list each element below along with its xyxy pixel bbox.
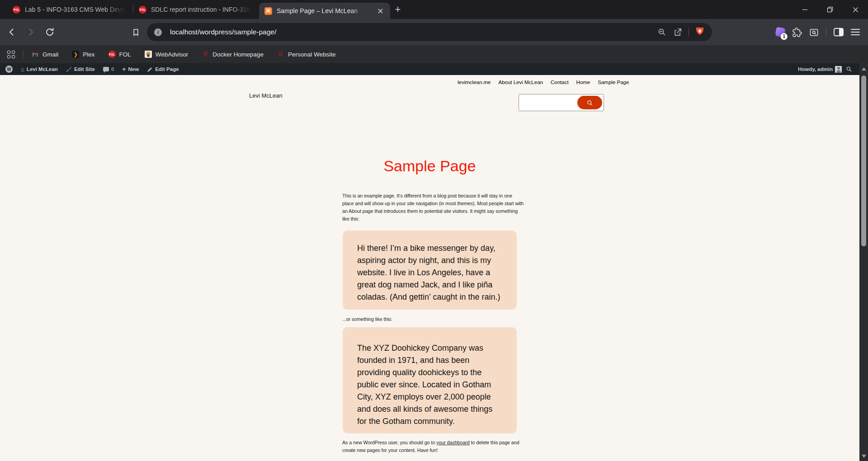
- scroll-down-arrow[interactable]: [862, 455, 866, 458]
- admin-account[interactable]: Howdy, admin: [798, 66, 842, 73]
- admin-edit-page[interactable]: Edit Page: [147, 66, 179, 72]
- maximize-button[interactable]: [817, 0, 843, 19]
- browser-toolbar: i localhost/wordpress/sample-page/: [0, 19, 868, 45]
- share-icon[interactable]: [673, 27, 683, 37]
- extensions-puzzle-icon[interactable]: [792, 27, 802, 38]
- home-icon: ⌂: [21, 66, 24, 73]
- admin-search-icon[interactable]: [846, 66, 852, 72]
- wp-logo-menu[interactable]: W: [5, 66, 13, 73]
- extension-badge: 1: [781, 33, 788, 40]
- scroll-up-arrow[interactable]: [862, 67, 866, 71]
- tab-sdlc[interactable]: FOL SDLC report instruction - INFO-3163 …: [133, 0, 259, 19]
- scrollbar-thumb[interactable]: [861, 75, 866, 246]
- brush-icon: [66, 66, 72, 72]
- levi-logo-icon: LE VI: [277, 51, 284, 58]
- bookmark-label: WebAdvisor: [156, 51, 189, 58]
- dashboard-link[interactable]: your dashboard: [436, 440, 470, 445]
- new-tab-button[interactable]: +: [390, 0, 406, 19]
- levi-logo-bottom: VI: [203, 54, 207, 57]
- bookmark-label: Personal Website: [288, 51, 336, 58]
- wordpress-icon: W: [5, 66, 13, 73]
- new-label: New: [128, 66, 139, 72]
- zoom-out-icon[interactable]: [657, 27, 667, 37]
- bookmark-label: Docker Homepage: [212, 51, 264, 58]
- page-viewport: levimclean.me About Levi McLean Contact …: [0, 75, 859, 461]
- vertical-scrollbar: [859, 63, 868, 461]
- sidebar-toggle-icon[interactable]: [833, 27, 844, 37]
- gmail-icon: [32, 51, 39, 58]
- site-search-form: [519, 94, 604, 111]
- comments-icon: [103, 67, 109, 71]
- plex-icon: ❯: [72, 51, 79, 58]
- bookmarks-divider: [23, 50, 24, 59]
- bookmark-label: Gmail: [42, 51, 58, 58]
- fol-favicon-icon: FOL: [139, 6, 146, 14]
- tab-title: Sample Page – Levi McLean: [277, 7, 371, 14]
- plus-icon: +: [122, 66, 126, 73]
- quote-block-bio: Hi there! I’m a bike messenger by day, a…: [343, 230, 517, 310]
- toolbar-divider: [689, 28, 689, 37]
- brave-shield-icon[interactable]: [695, 27, 705, 38]
- search-icon: [586, 99, 593, 106]
- site-search-button[interactable]: [577, 96, 602, 109]
- tab-lab5[interactable]: FOL Lab 5 - INFO-3163 CMS Web Develop: [7, 0, 133, 19]
- bookmark-icon[interactable]: [131, 28, 141, 37]
- levi-logo-icon: LE VI: [202, 51, 209, 58]
- bookmark-label: Plex: [83, 51, 94, 58]
- nav-link-about[interactable]: About Levi McLean: [499, 80, 543, 85]
- nav-link-contact[interactable]: Contact: [551, 80, 569, 85]
- reload-button[interactable]: [44, 27, 55, 38]
- admin-new[interactable]: + New: [122, 66, 139, 73]
- nav-link-sample-page[interactable]: Sample Page: [598, 80, 629, 85]
- outro-paragraph: As a new WordPress user, you should go t…: [342, 439, 524, 454]
- howdy-label: Howdy, admin: [798, 66, 833, 72]
- bookmarks-bar: Gmail ❯ Plex FOL FOL WebAdvisor LE VI Do…: [0, 45, 868, 63]
- avatar: [835, 66, 842, 73]
- bookmark-label: FOL: [119, 51, 131, 58]
- tab-close-icon[interactable]: [376, 6, 385, 15]
- address-bar[interactable]: i localhost/wordpress/sample-page/: [147, 23, 712, 41]
- menu-icon[interactable]: [851, 29, 860, 35]
- pencil-icon: [147, 66, 153, 72]
- page-title: Sample Page: [343, 157, 517, 175]
- admin-site-name[interactable]: ⌂ Levi McLean: [21, 66, 58, 73]
- bookmark-gmail[interactable]: Gmail: [32, 51, 58, 58]
- admin-site-name-label: Levi McLean: [27, 66, 58, 72]
- admin-comments[interactable]: 0: [103, 66, 114, 72]
- apps-grid-icon[interactable]: [7, 51, 15, 58]
- tab-title: Lab 5 - INFO-3163 CMS Web Develop: [25, 6, 127, 13]
- tab-title: SDLC report instruction - INFO-3163 C: [151, 6, 254, 13]
- quote-block-xyz: The XYZ Doohickey Company was founded in…: [343, 327, 517, 433]
- back-button[interactable]: [6, 27, 17, 38]
- bookmark-personal-website[interactable]: LE VI Personal Website: [277, 51, 336, 58]
- tab-bar: FOL Lab 5 - INFO-3163 CMS Web Develop FO…: [0, 0, 868, 19]
- levi-logo-bottom: VI: [279, 54, 283, 57]
- admin-edit-site[interactable]: Edit Site: [66, 66, 95, 72]
- forward-button[interactable]: [25, 27, 36, 38]
- nav-link-levimclean-me[interactable]: levimclean.me: [458, 80, 491, 85]
- bookmark-docker-homepage[interactable]: LE VI Docker Homepage: [202, 51, 264, 58]
- search-tabs-icon[interactable]: [809, 27, 819, 38]
- bookmark-webadvisor[interactable]: WebAdvisor: [145, 51, 189, 58]
- minimize-button[interactable]: [792, 0, 817, 19]
- nav-link-home[interactable]: Home: [576, 80, 590, 85]
- window-controls: [792, 0, 868, 19]
- intro-paragraph: This is an example page. It’s different …: [342, 192, 524, 223]
- site-info-icon[interactable]: i: [154, 28, 162, 36]
- bookmark-fol[interactable]: FOL FOL: [108, 51, 131, 58]
- bookmark-plex[interactable]: ❯ Plex: [72, 51, 94, 58]
- tab-sample-page-active[interactable]: Ж Sample Page – Levi McLean: [259, 3, 390, 19]
- comments-count: 0: [111, 66, 114, 72]
- outro-pre: As a new WordPress user, you should go t…: [342, 440, 436, 445]
- fol-icon: FOL: [108, 51, 116, 58]
- fol-favicon-icon: FOL: [13, 6, 20, 14]
- site-search-input[interactable]: [522, 95, 574, 110]
- password-manager-icon[interactable]: 1: [775, 27, 786, 38]
- close-window-button[interactable]: [843, 0, 868, 19]
- site-title[interactable]: Levi McLean: [249, 92, 283, 99]
- webadvisor-icon: [145, 51, 152, 58]
- url-text: localhost/wordpress/sample-page/: [170, 28, 276, 36]
- xampp-favicon-icon: Ж: [264, 7, 272, 15]
- toolbar-divider: [826, 28, 826, 37]
- site-navigation: levimclean.me About Levi McLean Contact …: [458, 80, 629, 85]
